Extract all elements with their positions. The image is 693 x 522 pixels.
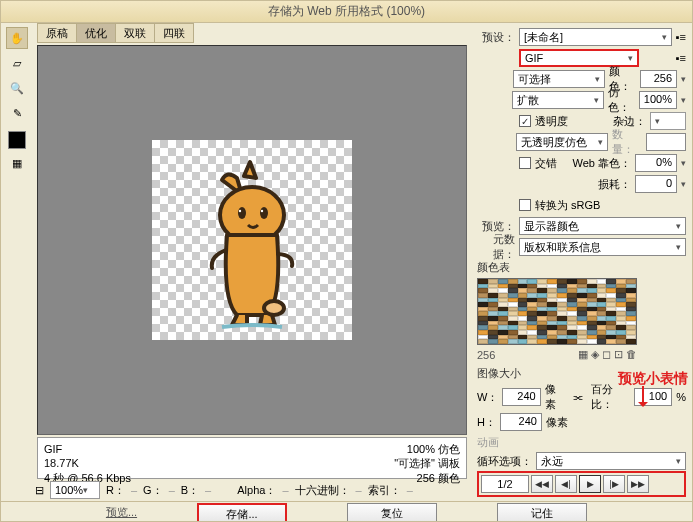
last-frame-button[interactable]: ▶▶ [627,475,649,493]
preset-menu-icon[interactable]: ▪≡ [676,31,686,43]
color-table-title: 颜色表 [477,260,686,275]
preset-select[interactable]: [未命名]▾ [519,28,672,46]
preview-link[interactable]: 预览... [106,505,137,520]
image-size-section: 图像大小 W： 240 像素 ⫘ 百分比： 100 % H： 240 像素 预览… [477,366,686,432]
canvas-area[interactable] [37,45,467,435]
loss-input[interactable]: 0 [635,175,677,193]
dither-input[interactable]: 100% [639,91,677,109]
color-table[interactable] [477,278,637,345]
info-size: 18.77K [44,456,131,470]
b-label: B： [181,483,199,498]
svg-point-2 [238,207,246,219]
color-swatch[interactable] [8,131,26,149]
loss-label: 损耗： [598,177,631,192]
interlace-label: 交错 [535,156,557,171]
tab-2up[interactable]: 双联 [115,23,155,43]
save-button[interactable]: 存储... [197,503,287,523]
matte-select[interactable]: ▾ [650,112,686,130]
left-panel: 原稿 优化 双联 四联 [33,23,471,501]
width-input[interactable]: 240 [502,388,540,406]
color-table-tools: 256 ▦ ◈ ◻ ⊡ 🗑 [477,346,637,363]
playback-controls: 1/2 ◀◀ ◀| ▶ |▶ ▶▶ [477,471,686,497]
interlace-checkbox[interactable] [519,157,531,169]
svg-point-5 [261,210,263,212]
hex-label: 十六进制： [295,483,350,498]
info-palette: "可选择" 调板 [394,456,460,470]
zoom-tool-icon[interactable]: 🔍 [6,77,28,99]
dither-select[interactable]: 扩散▾ [512,91,604,109]
index-label: 索引： [368,483,401,498]
slice-tool-icon[interactable]: ▱ [6,52,28,74]
eyedropper-tool-icon[interactable]: ✎ [6,102,28,124]
frame-counter: 1/2 [481,475,529,493]
metadata-label: 元数据： [477,232,515,262]
settings-panel: 预设： [未命名]▾ ▪≡ GIF▾ ▪≡ 可选择▾ 颜色： 256▾ 扩散▾ … [471,23,692,501]
preview-select[interactable]: 显示器颜色▾ [519,217,686,235]
px-label: 像素 [545,382,564,412]
percent-input[interactable]: 100 [634,388,672,406]
px-label-2: 像素 [546,415,568,430]
hand-icon[interactable]: ⊟ [35,484,44,497]
dialog-footer: 预览... 存储... 复位 记住 [1,501,692,522]
svg-point-1 [264,301,284,315]
tool-strip: ✋ ▱ 🔍 ✎ ▦ [1,23,33,501]
info-format: GIF [44,442,131,456]
artwork-preview [152,140,352,340]
cat-icon [182,150,322,330]
w-label: W： [477,390,498,405]
color-count: 256 [477,349,495,361]
reduction-select[interactable]: 可选择▾ [513,70,605,88]
preview-tabs: 原稿 优化 双联 四联 [33,23,471,43]
tab-4up[interactable]: 四联 [154,23,194,43]
percent-unit: % [676,391,686,403]
animation-title: 动画 [477,435,686,450]
animation-section: 动画 循环选项： 永远▾ 1/2 ◀◀ ◀| ▶ |▶ ▶▶ [477,435,686,497]
r-label: R： [106,483,125,498]
h-label: H： [477,415,496,430]
format-menu-icon[interactable]: ▪≡ [676,52,686,64]
preview-info: GIF 18.77K 4 秒 @ 56.6 Kbps 100% 仿色 "可选择"… [37,437,467,479]
convert-srgb-checkbox[interactable] [519,199,531,211]
palette-actions[interactable]: ▦ ◈ ◻ ⊡ 🗑 [578,348,637,361]
transparency-label: 透明度 [535,114,568,129]
loop-label: 循环选项： [477,454,532,469]
zoom-select[interactable]: 100%▾ [50,481,100,499]
preset-label: 预设： [477,30,515,45]
svg-point-4 [239,210,241,212]
websnap-input[interactable]: 0% [635,154,677,172]
transparency-checkbox[interactable] [519,115,531,127]
metadata-select[interactable]: 版权和联系信息▾ [519,238,686,256]
tab-optimized[interactable]: 优化 [76,23,116,43]
trans-dither-select[interactable]: 无透明度仿色▾ [516,133,608,151]
remember-button[interactable]: 记住 [497,503,587,523]
svg-point-3 [260,207,268,219]
prev-frame-button[interactable]: ◀| [555,475,577,493]
status-bar: ⊟ 100%▾ R：– G：– B：– Alpha：– 十六进制：– 索引：– [33,479,471,501]
window-title: 存储为 Web 所用格式 (100%) [1,1,692,23]
amount-input [646,133,686,151]
percent-label: 百分比： [591,382,630,412]
play-button[interactable]: ▶ [579,475,601,493]
hand-tool-icon[interactable]: ✋ [6,27,28,49]
tab-original[interactable]: 原稿 [37,23,77,43]
image-size-title: 图像大小 [477,366,686,381]
link-icon[interactable]: ⫘ [572,391,583,403]
loop-select[interactable]: 永远▾ [536,452,686,470]
height-input[interactable]: 240 [500,413,542,431]
convert-srgb-label: 转换为 sRGB [535,198,600,213]
g-label: G： [143,483,163,498]
next-frame-button[interactable]: |▶ [603,475,625,493]
colors-input[interactable]: 256 [640,70,677,88]
slice-vis-icon[interactable]: ▦ [6,152,28,174]
alpha-label: Alpha： [237,483,276,498]
reset-button[interactable]: 复位 [347,503,437,523]
first-frame-button[interactable]: ◀◀ [531,475,553,493]
websnap-label: Web 靠色： [573,156,631,171]
info-quality: 100% 仿色 [394,442,460,456]
